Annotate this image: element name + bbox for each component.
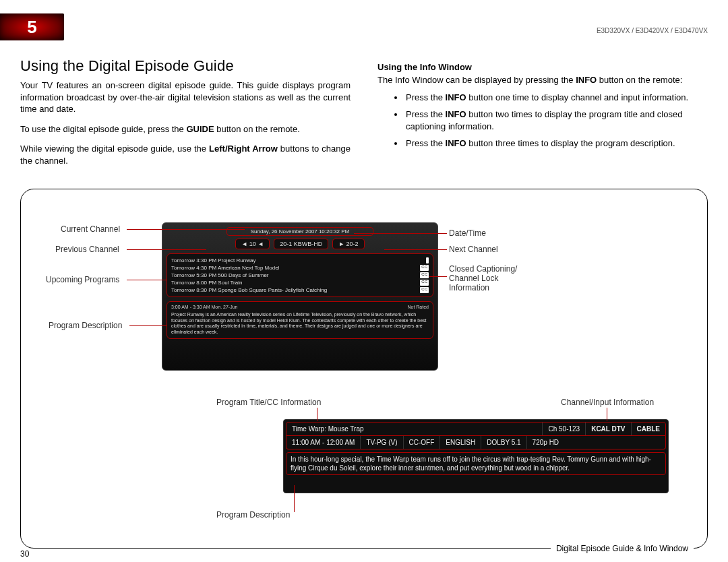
guide-channel-row: ◄ 10 ◄ 20-1 KBWB-HD ► 20-2 [166,239,433,249]
callout-title-cc: Program Title/CC Information [216,398,321,407]
callout-info-program-description: Program Description [216,510,290,520]
info-input: CABLE [632,423,665,435]
info-description: In this hour-long special, the Time Warp… [286,452,666,475]
leader-line [317,408,317,421]
info-time: 11:00 AM - 12:00 AM [286,436,361,449]
guide-prev-channel: ◄ 10 ◄ [235,239,270,249]
right-intro: The Info Window can be displayed by pres… [377,74,708,86]
left-p2: To use the digital episode guide, press … [20,123,351,135]
callout-date-time: Date/Time [449,228,486,238]
leader-line [127,229,245,230]
leader-line [127,280,167,280]
guide-screenshot: Sunday, 26 November 2007 10:20:32 PM ◄ 1… [162,222,438,371]
chapter-number: 5 [27,17,36,38]
right-bullet-2: Press the INFO button two times to displ… [404,108,708,132]
left-p1: Your TV features an on-screen digital ep… [20,80,351,115]
guide-datebar: Sunday, 26 November 2007 10:20:32 PM [226,227,373,236]
info-lang: ENGLISH [440,436,481,449]
info-audio: DOLBY 5.1 [481,436,526,449]
callout-next-channel: Next Channel [449,245,498,254]
callout-previous-channel: Previous Channel [55,245,119,254]
leader-line [127,249,206,250]
section-heading-right: Using the Info Window [377,62,472,72]
guide-description-box: 3:00 AM - 3:30 AM Mon. 27-JunNot Rated P… [166,301,433,339]
right-bullet-1: Press the INFO button one time to displa… [404,92,708,104]
info-top-row: Time Warp: Mouse Trap Ch 50-123 KCAL DTV… [286,422,666,436]
model-line: E3D320VX / E3D420VX / E3D470VX [597,27,708,34]
info-rating: TV-PG (V) [361,436,403,449]
chapter-tab: 5 [0,13,64,40]
left-body: Your TV features an on-screen digital ep… [20,80,351,175]
callout-upcoming-programs: Upcoming Programs [46,275,119,284]
guide-program-list: Tomorrow 3:30 PM Project Runway Tomorrow… [166,253,433,297]
leader-line [354,233,447,234]
callout-channel-input: Channel/Input Information [561,398,654,407]
leader-line [294,485,295,512]
left-p3: While viewing the digital episode guide,… [20,143,351,166]
info-res: 720p HD [527,436,564,449]
leader-line [607,408,607,421]
info-title: Time Warp: Mouse Trap [286,423,543,435]
right-bullet-3: Press the INFO button three times to dis… [404,137,708,150]
right-body: The Info Window can be displayed by pres… [377,74,708,155]
info-cc: CC-OFF [404,436,441,449]
guide-current-channel: 20-1 KBWB-HD [274,239,328,249]
section-heading-left: Using the Digital Episode Guide [20,57,234,75]
callout-program-description: Program Description [49,321,122,330]
page-number: 30 [20,549,29,559]
info-channel: Ch 50-123 [543,423,586,435]
callout-current-channel: Current Channel [61,224,120,234]
figure-caption: Digital Episode Guide & Info Window [551,544,694,553]
guide-next-channel: ► 20-2 [332,239,364,249]
leader-line [429,276,447,277]
leader-line [129,325,167,326]
leader-line [384,249,447,250]
info-screenshot: Time Warp: Mouse Trap Ch 50-123 KCAL DTV… [283,419,669,493]
info-station: KCAL DTV [586,423,631,435]
info-mid-row: 11:00 AM - 12:00 AM TV-PG (V) CC-OFF ENG… [286,436,666,449]
callout-cc-lock: Closed Captioning/ Channel Lock Informat… [449,264,517,292]
